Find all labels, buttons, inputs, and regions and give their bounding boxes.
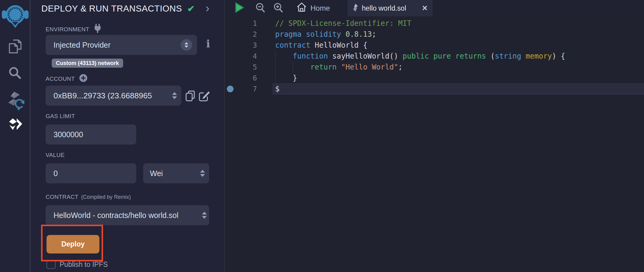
file-explorer-icon	[8, 39, 23, 56]
tab-hello-world-sol-label: hello world.sol	[362, 4, 406, 12]
environment-stepper-icon	[181, 39, 192, 51]
contract-sublabel: (Compiled by Remix)	[81, 194, 131, 200]
environment-info-icon[interactable]: i	[206, 38, 210, 50]
unit-stepper-icon	[200, 170, 205, 177]
tab-home[interactable]: Home	[294, 0, 332, 16]
code-editor-region: Home hello world.sol ✕ 1234567 // SPDX-L…	[224, 0, 644, 272]
run-script-icon[interactable]	[234, 2, 245, 15]
code-lines: // SPDX-License-Identifier: MITpragma so…	[275, 18, 644, 94]
environment-label: ENVIRONMENT	[46, 24, 102, 35]
gas-limit-label: GAS LIMIT	[46, 113, 75, 120]
gas-limit-value: 3000000	[46, 130, 83, 139]
line-number[interactable]: 2	[225, 29, 272, 40]
edit-account-icon[interactable]	[198, 90, 210, 103]
deploy-button[interactable]: Deploy	[47, 235, 99, 253]
breakpoint-dot[interactable]	[227, 86, 234, 92]
zoom-out-icon[interactable]	[255, 2, 266, 15]
value-input[interactable]: 0	[46, 163, 136, 183]
value-unit: Wei	[143, 169, 163, 178]
publish-ipfs-checkbox[interactable]	[47, 260, 56, 269]
line-number[interactable]: 4	[225, 51, 272, 62]
sidebar-item-file-explorer[interactable]	[0, 39, 30, 56]
value-amount: 0	[46, 169, 58, 178]
remix-logo[interactable]	[0, 3, 30, 30]
value-unit-select[interactable]: Wei	[143, 163, 209, 183]
solidity-file-icon	[352, 3, 358, 13]
account-select[interactable]: 0xBB9...29733 (23.6688965	[46, 86, 181, 106]
deploy-run-icon	[8, 118, 23, 134]
contract-label: CONTRACT (Compiled by Remix)	[46, 194, 131, 200]
line-number[interactable]: 6	[225, 73, 272, 83]
deploy-run-panel: DEPLOY & RUN TRANSACTIONS ✔ › ENVIRONMEN…	[30, 0, 224, 272]
code-line[interactable]: contract HelloWorld {	[275, 40, 644, 51]
remix-logo-icon	[2, 3, 29, 30]
sidebar-item-search[interactable]	[0, 66, 30, 82]
environment-select[interactable]: Injected Provider	[46, 35, 197, 55]
add-account-icon[interactable]	[79, 74, 88, 84]
copy-account-icon[interactable]	[185, 90, 196, 103]
contract-value: HelloWorld - contracts/hello world.sol	[46, 211, 178, 220]
gutter-numbers: 1234567	[225, 18, 272, 94]
code-line[interactable]: $	[275, 83, 644, 94]
line-number[interactable]: 1	[225, 18, 272, 29]
line-number[interactable]: 3	[225, 40, 272, 51]
code-line[interactable]: function sayHelloWorld() public pure ret…	[275, 51, 644, 62]
value-label: VALUE	[46, 152, 64, 158]
plug-icon	[94, 24, 102, 35]
environment-value: Injected Provider	[46, 41, 111, 49]
sidebar-item-solidity-compiler[interactable]	[0, 91, 30, 112]
tab-hello-world-sol[interactable]: hello world.sol ✕	[348, 0, 433, 16]
tab-close-icon[interactable]: ✕	[422, 4, 428, 12]
code-area[interactable]: 1234567 // SPDX-License-Identifier: MITp…	[225, 16, 644, 272]
panel-expand-chevron-icon[interactable]: ›	[206, 2, 209, 15]
page-title: DEPLOY & RUN TRANSACTIONS	[41, 4, 182, 14]
compile-success-check-icon: ✔	[187, 4, 195, 14]
home-icon	[296, 2, 307, 14]
tab-home-label: Home	[310, 4, 330, 12]
zoom-in-icon[interactable]	[273, 2, 284, 15]
sidebar-item-deploy-run[interactable]	[0, 118, 30, 134]
line-number[interactable]: 5	[225, 62, 272, 73]
contract-select[interactable]: HelloWorld - contracts/hello world.sol	[46, 205, 209, 225]
publish-ipfs-label: Publish to IPFS	[60, 260, 108, 269]
code-line[interactable]: return "Hello World";	[275, 62, 644, 73]
code-line[interactable]: pragma solidity 0.8.13;	[275, 29, 644, 40]
account-value: 0xBB9...29733 (23.6688965	[46, 91, 152, 100]
gas-limit-input[interactable]: 3000000	[46, 124, 136, 144]
code-line[interactable]: }	[275, 73, 644, 83]
account-stepper-icon	[172, 92, 177, 99]
icon-rail	[0, 0, 30, 272]
search-icon	[8, 66, 23, 82]
account-label: ACCOUNT	[46, 74, 88, 84]
editor-tabbar: Home hello world.sol ✕	[225, 0, 644, 16]
code-line[interactable]: // SPDX-License-Identifier: MIT	[275, 18, 644, 29]
solidity-compiler-icon	[5, 91, 25, 112]
contract-stepper-icon	[202, 212, 207, 219]
network-badge: Custom (43113) network	[52, 59, 123, 68]
